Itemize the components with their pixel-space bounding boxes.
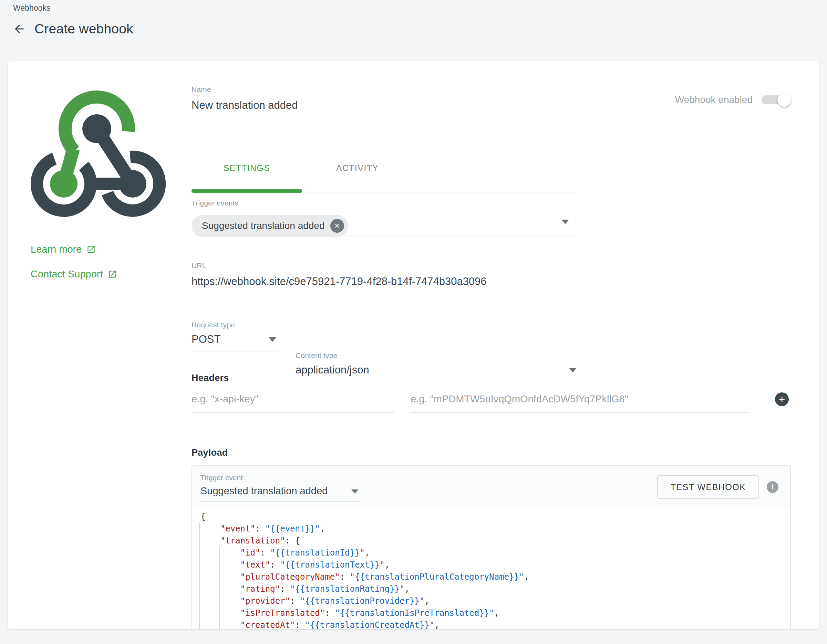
payload-actions: TEST WEBHOOK i — [657, 475, 779, 499]
test-webhook-button[interactable]: TEST WEBHOOK — [657, 475, 759, 499]
content-type-value: application/json — [295, 364, 579, 382]
payload-heading: Payload — [192, 448, 228, 458]
page-header: Create webhook — [12, 21, 133, 36]
plus-icon: + — [779, 393, 785, 406]
learn-more-link[interactable]: Learn more — [31, 244, 96, 255]
url-input[interactable] — [192, 273, 579, 294]
chevron-down-icon — [269, 337, 276, 342]
webhook-card: Learn more Contact Support Name Webhook … — [8, 61, 819, 629]
chip-remove-icon[interactable]: ✕ — [330, 219, 344, 233]
request-type-value: POST — [192, 333, 278, 351]
open-in-new-icon — [86, 245, 96, 254]
request-type-underline — [192, 351, 278, 352]
headers-heading: Headers — [192, 373, 229, 383]
content-type-label: Content type — [295, 352, 579, 360]
trigger-events-underline — [192, 235, 579, 235]
code-line: { — [200, 511, 790, 523]
indent-guide — [199, 523, 200, 629]
toggle-thumb — [777, 93, 791, 107]
payload-trigger-event-label: Trigger event — [200, 474, 368, 482]
code-line: "rating": "{{translationRating}}", — [200, 583, 790, 595]
learn-more-label: Learn more — [31, 244, 82, 255]
payload-trigger-event-underline — [200, 501, 360, 502]
request-type-label: Request type — [192, 321, 278, 329]
trigger-event-chip: Suggested translation added ✕ — [192, 215, 348, 237]
payload-trigger-event-select[interactable]: Trigger event Suggested translation adde… — [200, 474, 368, 502]
tab-active-indicator — [192, 189, 302, 193]
code-line: "translation": { — [200, 535, 790, 547]
request-type-select[interactable]: Request type POST — [192, 321, 278, 352]
open-in-new-icon — [108, 269, 117, 279]
chevron-down-icon — [351, 490, 358, 493]
add-header-button[interactable]: + — [775, 392, 789, 406]
contact-support-label: Contact Support — [31, 269, 103, 280]
chevron-down-icon — [569, 368, 577, 372]
chip-label: Suggested translation added — [202, 220, 325, 231]
code-line: "pluralCategoryName": "{{translationPlur… — [200, 571, 790, 583]
code-line: "text": "{{translationText}}", — [200, 559, 790, 571]
info-icon[interactable]: i — [767, 481, 779, 493]
header-value-input[interactable] — [410, 394, 749, 413]
trigger-events-label: Trigger events — [192, 199, 579, 207]
webhook-logo — [31, 88, 169, 224]
tab-activity[interactable]: ACTIVITY — [302, 154, 413, 182]
arrow-left-icon — [13, 22, 26, 36]
contact-support-link[interactable]: Contact Support — [31, 269, 117, 280]
payload-panel-header: Trigger event Suggested translation adde… — [192, 466, 790, 509]
chevron-down-icon — [562, 219, 569, 224]
name-input[interactable] — [192, 97, 579, 118]
webhook-enabled-label: Webhook enabled — [675, 94, 753, 105]
content-type-underline — [295, 382, 579, 382]
page-title: Create webhook — [34, 21, 133, 36]
code-line: "createdAt": "{{translationCreatedAt}}", — [200, 619, 790, 629]
header-key-input[interactable] — [192, 394, 394, 413]
name-label: Name — [192, 86, 579, 93]
code-line: "event": "{{event}}", — [200, 523, 790, 535]
code-line: "isPreTranslated": "{{translationIsPreTr… — [200, 607, 790, 619]
back-button[interactable] — [12, 21, 27, 36]
create-webhook-page: Webhooks Create webhook Lear — [0, 0, 827, 644]
name-field: Name — [192, 86, 579, 118]
url-label: URL — [192, 261, 579, 270]
tab-bar: SETTINGS ACTIVITY — [192, 154, 413, 182]
indent-guide — [219, 547, 220, 629]
code-line: "id": "{{translationId}}", — [200, 547, 790, 559]
code-line: "provider": "{{translationProvider}}", — [200, 595, 790, 607]
payload-panel: Trigger event Suggested translation adde… — [192, 465, 791, 629]
trigger-events-select[interactable]: Trigger events Suggested translation add… — [192, 199, 579, 237]
webhook-enabled-toggle[interactable] — [761, 95, 790, 104]
payload-code: { "event": "{{event}}", "translation": {… — [200, 511, 790, 629]
tab-settings[interactable]: SETTINGS — [192, 154, 302, 182]
breadcrumb[interactable]: Webhooks — [13, 3, 50, 13]
content-type-select[interactable]: Content type application/json — [295, 352, 579, 382]
webhook-enabled-row: Webhook enabled — [675, 94, 790, 105]
trigger-events-chips: Suggested translation added ✕ — [192, 215, 579, 237]
payload-code-editor[interactable]: { "event": "{{event}}", "translation": {… — [192, 509, 790, 629]
url-field: URL — [192, 261, 579, 294]
payload-trigger-event-value: Suggested translation added — [200, 485, 368, 501]
